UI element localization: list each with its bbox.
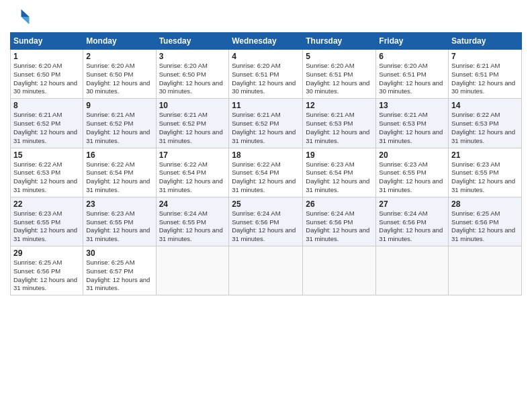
- day-info: Sunrise: 6:23 AM Sunset: 6:55 PM Dayligh…: [451, 161, 519, 195]
- day-number: 22: [13, 199, 80, 209]
- day-number: 26: [306, 199, 373, 209]
- calendar-day-cell: 21 Sunrise: 6:23 AM Sunset: 6:55 PM Dayl…: [449, 148, 522, 197]
- day-number: 1: [13, 52, 80, 61]
- day-info: Sunrise: 6:23 AM Sunset: 6:54 PM Dayligh…: [306, 161, 373, 195]
- calendar-day-header: Wednesday: [229, 33, 303, 50]
- day-number: 29: [13, 248, 80, 258]
- calendar-day-cell: 30 Sunrise: 6:25 AM Sunset: 6:57 PM Dayl…: [83, 246, 156, 295]
- calendar-body: 1 Sunrise: 6:20 AM Sunset: 6:50 PM Dayli…: [11, 50, 522, 295]
- day-info: Sunrise: 6:25 AM Sunset: 6:56 PM Dayligh…: [451, 210, 519, 244]
- calendar-week-row: 15 Sunrise: 6:22 AM Sunset: 6:53 PM Dayl…: [11, 148, 522, 197]
- day-number: 10: [159, 101, 226, 110]
- calendar-day-header: Sunday: [11, 33, 83, 50]
- day-number: 28: [451, 199, 519, 209]
- calendar-day-cell: 27 Sunrise: 6:24 AM Sunset: 6:56 PM Dayl…: [376, 197, 449, 246]
- day-info: Sunrise: 6:24 AM Sunset: 6:56 PM Dayligh…: [232, 210, 300, 244]
- day-number: 23: [86, 199, 152, 209]
- calendar-day-cell: 4 Sunrise: 6:20 AM Sunset: 6:51 PM Dayli…: [229, 50, 303, 99]
- day-number: 9: [86, 101, 152, 110]
- calendar-day-cell: 16 Sunrise: 6:22 AM Sunset: 6:54 PM Dayl…: [83, 148, 156, 197]
- day-info: Sunrise: 6:23 AM Sunset: 6:55 PM Dayligh…: [13, 210, 80, 244]
- day-info: Sunrise: 6:22 AM Sunset: 6:54 PM Dayligh…: [86, 161, 152, 195]
- day-info: Sunrise: 6:23 AM Sunset: 6:55 PM Dayligh…: [86, 210, 152, 244]
- calendar-day-header: Monday: [83, 33, 156, 50]
- calendar-day-cell: 20 Sunrise: 6:23 AM Sunset: 6:55 PM Dayl…: [376, 148, 449, 197]
- day-number: 5: [306, 52, 373, 61]
- calendar-day-cell: 19 Sunrise: 6:23 AM Sunset: 6:54 PM Dayl…: [303, 148, 376, 197]
- calendar-day-cell: [303, 246, 376, 295]
- day-info: Sunrise: 6:20 AM Sunset: 6:51 PM Dayligh…: [306, 62, 373, 96]
- day-number: 12: [306, 101, 373, 110]
- calendar-day-header: Friday: [376, 33, 449, 50]
- day-number: 18: [232, 150, 300, 160]
- calendar-day-cell: 8 Sunrise: 6:21 AM Sunset: 6:52 PM Dayli…: [11, 99, 83, 148]
- day-info: Sunrise: 6:21 AM Sunset: 6:52 PM Dayligh…: [86, 111, 152, 145]
- day-number: 8: [13, 101, 80, 110]
- header: [10, 7, 522, 27]
- calendar-day-cell: 5 Sunrise: 6:20 AM Sunset: 6:51 PM Dayli…: [303, 50, 376, 99]
- day-number: 16: [86, 150, 152, 160]
- day-info: Sunrise: 6:22 AM Sunset: 6:53 PM Dayligh…: [451, 111, 519, 145]
- calendar-day-cell: 15 Sunrise: 6:22 AM Sunset: 6:53 PM Dayl…: [11, 148, 83, 197]
- day-info: Sunrise: 6:25 AM Sunset: 6:56 PM Dayligh…: [13, 259, 80, 293]
- day-info: Sunrise: 6:20 AM Sunset: 6:50 PM Dayligh…: [13, 62, 80, 96]
- calendar-day-cell: 14 Sunrise: 6:22 AM Sunset: 6:53 PM Dayl…: [449, 99, 522, 148]
- day-info: Sunrise: 6:21 AM Sunset: 6:52 PM Dayligh…: [13, 111, 80, 145]
- calendar-day-cell: 12 Sunrise: 6:21 AM Sunset: 6:53 PM Dayl…: [303, 99, 376, 148]
- day-number: 3: [159, 52, 226, 61]
- calendar-day-cell: 24 Sunrise: 6:24 AM Sunset: 6:55 PM Dayl…: [156, 197, 229, 246]
- calendar-week-row: 8 Sunrise: 6:21 AM Sunset: 6:52 PM Dayli…: [11, 99, 522, 148]
- calendar-header-row: SundayMondayTuesdayWednesdayThursdayFrid…: [11, 33, 522, 50]
- calendar-week-row: 29 Sunrise: 6:25 AM Sunset: 6:56 PM Dayl…: [11, 246, 522, 295]
- day-info: Sunrise: 6:20 AM Sunset: 6:50 PM Dayligh…: [86, 62, 152, 96]
- day-number: 2: [86, 52, 152, 61]
- day-number: 11: [232, 101, 300, 110]
- calendar-day-header: Saturday: [449, 33, 522, 50]
- day-info: Sunrise: 6:20 AM Sunset: 6:50 PM Dayligh…: [159, 62, 226, 96]
- calendar-day-cell: 25 Sunrise: 6:24 AM Sunset: 6:56 PM Dayl…: [229, 197, 303, 246]
- day-number: 30: [86, 248, 152, 258]
- calendar-week-row: 22 Sunrise: 6:23 AM Sunset: 6:55 PM Dayl…: [11, 197, 522, 246]
- day-info: Sunrise: 6:21 AM Sunset: 6:52 PM Dayligh…: [232, 111, 300, 145]
- calendar-day-cell: 22 Sunrise: 6:23 AM Sunset: 6:55 PM Dayl…: [11, 197, 83, 246]
- calendar-week-row: 1 Sunrise: 6:20 AM Sunset: 6:50 PM Dayli…: [11, 50, 522, 99]
- svg-marker-1: [21, 17, 30, 24]
- day-number: 21: [451, 150, 519, 160]
- day-info: Sunrise: 6:21 AM Sunset: 6:52 PM Dayligh…: [159, 111, 226, 145]
- day-info: Sunrise: 6:24 AM Sunset: 6:56 PM Dayligh…: [379, 210, 445, 244]
- day-number: 4: [232, 52, 300, 61]
- day-info: Sunrise: 6:22 AM Sunset: 6:54 PM Dayligh…: [159, 161, 226, 195]
- day-number: 19: [306, 150, 373, 160]
- calendar-day-cell: 17 Sunrise: 6:22 AM Sunset: 6:54 PM Dayl…: [156, 148, 229, 197]
- calendar-table: SundayMondayTuesdayWednesdayThursdayFrid…: [10, 32, 522, 295]
- calendar-day-cell: 6 Sunrise: 6:20 AM Sunset: 6:51 PM Dayli…: [376, 50, 449, 99]
- day-info: Sunrise: 6:21 AM Sunset: 6:53 PM Dayligh…: [379, 111, 445, 145]
- calendar-day-header: Thursday: [303, 33, 376, 50]
- calendar-day-cell: 18 Sunrise: 6:22 AM Sunset: 6:54 PM Dayl…: [229, 148, 303, 197]
- calendar-day-header: Tuesday: [156, 33, 229, 50]
- calendar-day-cell: 10 Sunrise: 6:21 AM Sunset: 6:52 PM Dayl…: [156, 99, 229, 148]
- day-number: 15: [13, 150, 80, 160]
- logo-icon: [10, 7, 30, 27]
- day-info: Sunrise: 6:24 AM Sunset: 6:55 PM Dayligh…: [159, 210, 226, 244]
- day-number: 24: [159, 199, 226, 209]
- day-number: 17: [159, 150, 226, 160]
- day-number: 14: [451, 101, 519, 110]
- day-info: Sunrise: 6:21 AM Sunset: 6:51 PM Dayligh…: [451, 62, 519, 96]
- day-info: Sunrise: 6:22 AM Sunset: 6:53 PM Dayligh…: [13, 161, 80, 195]
- day-number: 25: [232, 199, 300, 209]
- calendar-day-cell: [229, 246, 303, 295]
- calendar-day-cell: [156, 246, 229, 295]
- calendar-day-cell: 11 Sunrise: 6:21 AM Sunset: 6:52 PM Dayl…: [229, 99, 303, 148]
- calendar-day-cell: 28 Sunrise: 6:25 AM Sunset: 6:56 PM Dayl…: [449, 197, 522, 246]
- calendar-day-cell: 2 Sunrise: 6:20 AM Sunset: 6:50 PM Dayli…: [83, 50, 156, 99]
- day-number: 27: [379, 199, 445, 209]
- page: SundayMondayTuesdayWednesdayThursdayFrid…: [0, 0, 532, 411]
- calendar-day-cell: 23 Sunrise: 6:23 AM Sunset: 6:55 PM Dayl…: [83, 197, 156, 246]
- calendar-day-cell: 13 Sunrise: 6:21 AM Sunset: 6:53 PM Dayl…: [376, 99, 449, 148]
- day-number: 13: [379, 101, 445, 110]
- svg-marker-0: [21, 9, 30, 17]
- calendar-day-cell: 3 Sunrise: 6:20 AM Sunset: 6:50 PM Dayli…: [156, 50, 229, 99]
- calendar-day-cell: [376, 246, 449, 295]
- logo: [10, 7, 33, 27]
